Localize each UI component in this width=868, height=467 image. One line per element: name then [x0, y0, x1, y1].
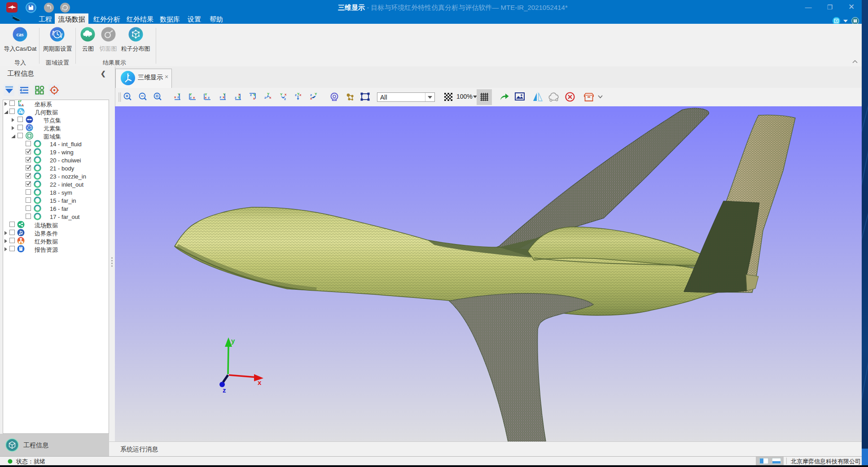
svg-text:z: z — [235, 96, 237, 100]
svg-text:y: y — [231, 337, 235, 345]
svg-text:Y: Y — [267, 92, 270, 96]
svg-text:x: x — [299, 93, 302, 97]
svg-text:z: z — [208, 96, 210, 100]
svg-text:Y: Y — [297, 92, 300, 96]
svg-text:x: x — [258, 379, 262, 386]
svg-text:cas: cas — [17, 31, 24, 38]
svg-text:z: z — [219, 95, 221, 99]
svg-text:Y: Y — [189, 92, 192, 96]
svg-text:Y: Y — [315, 92, 317, 96]
svg-text:x: x — [174, 95, 176, 99]
svg-text:z: z — [264, 96, 266, 100]
svg-text:z: z — [295, 93, 297, 97]
svg-text:x: x — [285, 92, 287, 96]
svg-text:Y: Y — [205, 92, 207, 96]
svg-text:x: x — [193, 96, 195, 100]
svg-text:Y: Y — [223, 92, 226, 96]
svg-text:x: x — [269, 96, 272, 100]
svg-text:Y: Y — [280, 92, 283, 96]
svg-text:z: z — [223, 386, 226, 394]
svg-text:x: x — [310, 96, 312, 100]
svg-text:Y: Y — [178, 92, 180, 96]
